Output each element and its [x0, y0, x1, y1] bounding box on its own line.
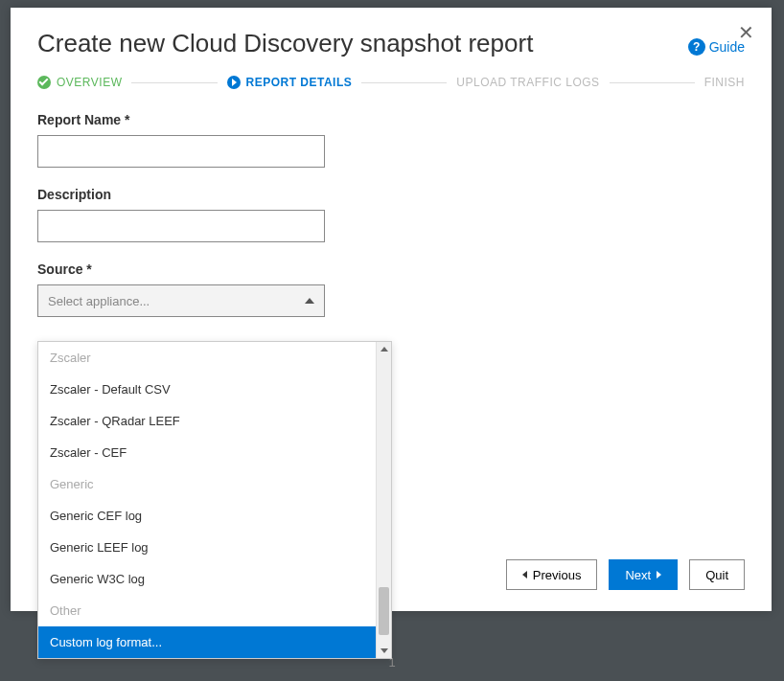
dropdown-option[interactable]: Generic LEEF log	[38, 532, 391, 563]
next-button[interactable]: Next	[609, 559, 678, 590]
step-finish: FINISH	[704, 76, 745, 89]
next-button-label: Next	[625, 568, 651, 582]
report-name-label: Report Name *	[37, 112, 745, 127]
dropdown-option-custom-log[interactable]: Custom log format...	[38, 626, 391, 658]
step-label: REPORT DETAILS	[246, 76, 353, 89]
step-connector	[361, 82, 447, 83]
report-name-input[interactable]	[37, 135, 325, 168]
quit-button-label: Quit	[705, 568, 728, 582]
source-select[interactable]: Select appliance...	[37, 284, 325, 317]
dropdown-scrollbar[interactable]	[376, 342, 391, 658]
dialog-footer: Previous Next Quit	[506, 559, 745, 590]
step-report-details[interactable]: REPORT DETAILS	[227, 76, 353, 89]
play-icon	[227, 76, 241, 89]
help-icon: ?	[688, 38, 705, 56]
scroll-thumb[interactable]	[379, 587, 389, 635]
dropdown-option[interactable]: Generic CEF log	[38, 500, 391, 532]
guide-link[interactable]: ? Guide	[688, 38, 745, 56]
checkmark-icon	[37, 76, 51, 89]
previous-button[interactable]: Previous	[506, 559, 598, 590]
chevron-left-icon	[522, 571, 527, 579]
chevron-right-icon	[657, 571, 661, 579]
source-label: Source *	[37, 261, 745, 277]
chevron-up-icon	[305, 298, 314, 304]
source-dropdown: Zscaler Zscaler - Default CSV Zscaler - …	[37, 341, 392, 659]
step-upload-logs: UPLOAD TRAFFIC LOGS	[456, 76, 599, 89]
description-input[interactable]	[37, 210, 325, 242]
previous-button-label: Previous	[533, 568, 582, 582]
dropdown-option[interactable]: Zscaler - Default CSV	[38, 374, 391, 405]
step-overview[interactable]: OVERVIEW	[37, 76, 122, 89]
dropdown-option[interactable]: Zscaler - CEF	[38, 437, 391, 468]
dialog-create-snapshot-report: ✕ Create new Cloud Discovery snapshot re…	[11, 8, 772, 611]
dropdown-option[interactable]: Zscaler - QRadar LEEF	[38, 405, 391, 437]
dropdown-group-generic: Generic	[38, 468, 391, 500]
quit-button[interactable]: Quit	[689, 559, 745, 590]
step-label: OVERVIEW	[57, 76, 122, 89]
dropdown-option[interactable]: Generic W3C log	[38, 563, 391, 595]
step-label: FINISH	[704, 76, 745, 89]
close-icon[interactable]: ✕	[738, 21, 754, 44]
dropdown-group-zscaler: Zscaler	[38, 342, 391, 374]
scroll-down-icon[interactable]	[380, 648, 388, 653]
step-connector	[610, 82, 695, 83]
description-label: Description	[37, 187, 745, 202]
dropdown-group-other: Other	[38, 595, 391, 626]
step-connector	[131, 82, 217, 83]
step-label: UPLOAD TRAFFIC LOGS	[456, 76, 599, 89]
dialog-title: Create new Cloud Discovery snapshot repo…	[37, 29, 533, 58]
source-select-placeholder: Select appliance...	[48, 294, 150, 308]
wizard-steps: OVERVIEW REPORT DETAILS UPLOAD TRAFFIC L…	[37, 76, 745, 89]
scroll-up-icon[interactable]	[380, 347, 388, 352]
